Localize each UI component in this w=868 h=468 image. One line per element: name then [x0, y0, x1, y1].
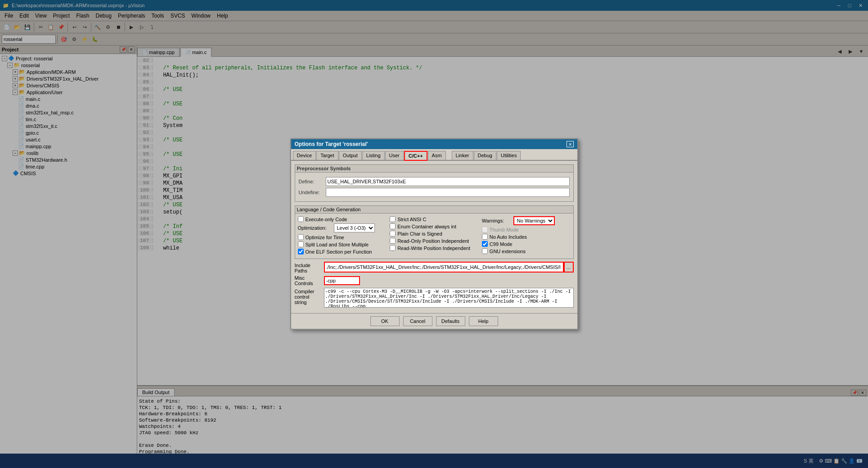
one-elf-check[interactable]	[298, 249, 304, 254]
one-elf-row: One ELF Section per Function	[298, 249, 387, 254]
execute-only-check[interactable]	[298, 216, 304, 222]
execute-only-label: Execute-only Code	[306, 217, 347, 222]
include-browse-button[interactable]: …	[564, 262, 574, 273]
preprocessor-content: Define: Undefine:	[295, 174, 573, 201]
enum-container-row: Enum Container always int	[390, 223, 478, 229]
optimization-row: Optimization: Level 3 (-O3) Level 0 (-O0…	[298, 223, 387, 232]
no-auto-check[interactable]	[482, 234, 488, 240]
gnu-ext-row: GNU extensions	[482, 248, 571, 254]
gnu-ext-label: GNU extensions	[490, 249, 526, 254]
modal-tab-listing[interactable]: Listing	[362, 151, 385, 160]
misc-controls-row: MiscControls	[295, 275, 574, 286]
warnings-select[interactable]: No Warnings All Warnings MISRA 2004	[513, 216, 555, 225]
cancel-button[interactable]: Cancel	[403, 316, 432, 326]
lang-col-mid: Strict ANSI C Enum Container always int …	[390, 216, 478, 256]
modal-tab-bar: Device Target Output Listing User C/C++ …	[291, 149, 577, 161]
language-title: Language / Code Generation	[295, 206, 573, 214]
undefine-label: Undefine:	[299, 190, 326, 195]
modal-tab-utilities[interactable]: Utilities	[497, 151, 521, 160]
misc-label: MiscControls	[295, 275, 324, 286]
undefine-input[interactable]	[326, 188, 570, 197]
read-write-label: Read-Write Position Independent	[397, 245, 470, 251]
modal-tab-user[interactable]: User	[385, 151, 404, 160]
read-only-check[interactable]	[390, 238, 396, 244]
modal-tab-output[interactable]: Output	[339, 151, 362, 160]
strict-ansi-row: Strict ANSI C	[390, 216, 478, 222]
warnings-label: Warnings:	[482, 218, 513, 223]
include-paths-row: IncludePaths …	[295, 262, 574, 273]
optimization-label: Optimization:	[298, 225, 334, 231]
include-paths-input[interactable]	[324, 262, 564, 273]
strict-ansi-label: Strict ANSI C	[397, 217, 426, 222]
ok-button[interactable]: OK	[370, 316, 400, 326]
split-load-row: Split Load and Store Multiple	[298, 241, 387, 247]
modal-footer: OK Cancel Defaults Help	[291, 313, 577, 329]
split-load-label: Split Load and Store Multiple	[306, 242, 369, 247]
strict-ansi-check[interactable]	[390, 216, 396, 222]
defaults-button[interactable]: Defaults	[436, 316, 465, 326]
compiler-string-row: Compilercontrolstring -c99 -c --cpu Cort…	[295, 288, 574, 308]
one-elf-label: One ELF Section per Function	[306, 249, 372, 254]
c99-label: C99 Mode	[490, 241, 513, 247]
thumb-mode-check	[482, 227, 488, 232]
preprocessor-section: Preprocessor Symbols Define: Undefine:	[295, 164, 574, 202]
read-only-label: Read-Only Position Independent	[397, 238, 469, 244]
include-label: IncludePaths	[295, 262, 324, 273]
read-write-row: Read-Write Position Independent	[390, 245, 478, 251]
lang-col-left: Execute-only Code Optimization: Level 3 …	[298, 216, 387, 256]
modal-tab-cc[interactable]: C/C++	[404, 151, 427, 161]
modal-tab-target[interactable]: Target	[316, 151, 338, 160]
language-section: Language / Code Generation Execute-only …	[295, 205, 574, 259]
no-auto-label: No Auto Includes	[490, 234, 527, 240]
compiler-string-textarea[interactable]: -c99 -c --cpu Cortex-M3 -D__MICROLIB -g …	[324, 288, 574, 308]
optimization-select[interactable]: Level 3 (-O3) Level 0 (-O0) Level 1 (-O1…	[334, 223, 375, 232]
thumb-mode-row: Thumb Mode	[482, 227, 571, 232]
modal-title: Options for Target 'rosserial'	[295, 141, 368, 147]
undefine-row: Undefine:	[299, 188, 570, 197]
enum-container-check[interactable]	[390, 223, 396, 229]
execute-only-row: Execute-only Code	[298, 216, 387, 222]
plain-char-row: Plain Char is Signed	[390, 231, 478, 236]
modal-tab-asm[interactable]: Asm	[428, 151, 446, 160]
modal-tab-device[interactable]: Device	[293, 151, 316, 160]
preprocessor-title: Preprocessor Symbols	[295, 165, 573, 173]
modal-tab-linker[interactable]: Linker	[452, 151, 473, 160]
no-auto-row: No Auto Includes	[482, 234, 571, 240]
misc-controls-input[interactable]	[324, 276, 360, 285]
thumb-mode-label: Thumb Mode	[490, 227, 519, 232]
read-write-check[interactable]	[390, 245, 396, 251]
options-modal: Options for Target 'rosserial' ✕ Device …	[290, 138, 578, 330]
help-button[interactable]: Help	[469, 316, 498, 326]
tab-spacer	[446, 151, 452, 160]
modal-body: Preprocessor Symbols Define: Undefine: L…	[291, 161, 577, 313]
c99-check[interactable]	[482, 241, 488, 247]
c99-row: C99 Mode	[482, 241, 571, 247]
modal-tab-debug[interactable]: Debug	[474, 151, 496, 160]
compiler-label: Compilercontrolstring	[295, 288, 324, 305]
split-load-check[interactable]	[298, 241, 304, 247]
language-content: Execute-only Code Optimization: Level 3 …	[295, 214, 573, 259]
gnu-ext-check[interactable]	[482, 248, 488, 254]
warnings-row: Warnings: No Warnings All Warnings MISRA…	[482, 216, 571, 225]
lang-col-right: Warnings: No Warnings All Warnings MISRA…	[482, 216, 571, 256]
read-only-row: Read-Only Position Independent	[390, 238, 478, 244]
optimize-time-row: Optimize for Time	[298, 234, 387, 240]
define-row: Define:	[299, 177, 570, 186]
optimize-time-check[interactable]	[298, 234, 304, 240]
modal-title-bar: Options for Target 'rosserial' ✕	[291, 139, 577, 149]
enum-container-label: Enum Container always int	[397, 224, 456, 229]
modal-overlay: Options for Target 'rosserial' ✕ Device …	[0, 0, 868, 468]
plain-char-label: Plain Char is Signed	[397, 231, 442, 236]
modal-close-button[interactable]: ✕	[567, 141, 574, 147]
plain-char-check[interactable]	[390, 231, 396, 236]
define-input[interactable]	[326, 177, 570, 186]
define-label: Define:	[299, 179, 326, 184]
optimize-time-label: Optimize for Time	[306, 235, 344, 240]
